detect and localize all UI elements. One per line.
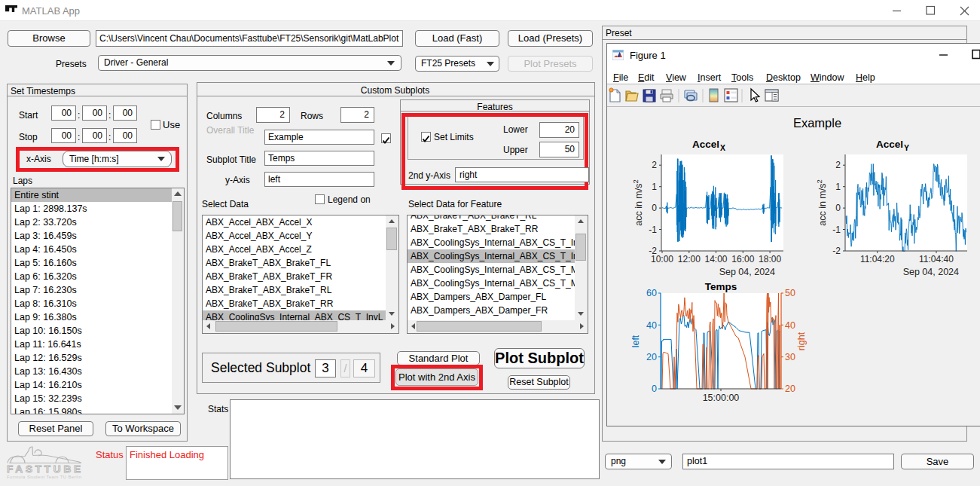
svg-text:acc in m/s2: acc in m/s2 xyxy=(631,179,644,226)
svg-text:2: 2 xyxy=(652,160,657,170)
svg-text:-1: -1 xyxy=(649,225,657,235)
svg-text:Accel: Accel xyxy=(876,139,903,150)
svg-text:X: X xyxy=(720,143,725,152)
svg-text:Y: Y xyxy=(904,143,909,152)
svg-text:FASTTUBE: FASTTUBE xyxy=(7,463,81,475)
svg-text:16:00: 16:00 xyxy=(731,254,754,264)
svg-text:Formula Student Team TU Berlin: Formula Student Team TU Berlin xyxy=(7,475,81,479)
svg-text:Sep 04, 2024: Sep 04, 2024 xyxy=(719,267,775,277)
svg-text:30: 30 xyxy=(785,352,795,362)
svg-text:acc in m/s2: acc in m/s2 xyxy=(815,179,828,226)
svg-text:2: 2 xyxy=(835,160,841,170)
svg-text:1: 1 xyxy=(652,182,657,192)
svg-text:18:00: 18:00 xyxy=(759,254,781,264)
svg-text:15:00:00: 15:00:00 xyxy=(703,393,740,403)
svg-text:0: 0 xyxy=(652,203,657,213)
svg-text:12:00: 12:00 xyxy=(678,254,701,264)
svg-text:-1: -1 xyxy=(832,225,841,235)
svg-text:0: 0 xyxy=(652,384,657,394)
svg-text:1: 1 xyxy=(835,182,841,192)
svg-text:11:04:40: 11:04:40 xyxy=(919,254,954,264)
svg-text:40: 40 xyxy=(785,320,795,331)
svg-text:Example: Example xyxy=(793,116,841,130)
svg-text:40: 40 xyxy=(646,320,657,331)
svg-text:Temps: Temps xyxy=(705,281,737,292)
svg-text:20: 20 xyxy=(785,384,795,394)
svg-text:right: right xyxy=(796,332,807,350)
svg-text:11:04:20: 11:04:20 xyxy=(860,254,895,264)
svg-text:Accel: Accel xyxy=(692,139,719,150)
svg-text:50: 50 xyxy=(785,288,795,298)
svg-text:-2: -2 xyxy=(832,246,841,256)
svg-text:20: 20 xyxy=(646,352,657,362)
svg-text:0: 0 xyxy=(835,203,841,213)
svg-text:Sep 04, 2024: Sep 04, 2024 xyxy=(903,267,959,277)
svg-text:60: 60 xyxy=(646,288,657,298)
svg-text:left: left xyxy=(630,335,641,347)
svg-text:10:00: 10:00 xyxy=(651,254,673,264)
svg-text:14:00: 14:00 xyxy=(704,254,727,264)
